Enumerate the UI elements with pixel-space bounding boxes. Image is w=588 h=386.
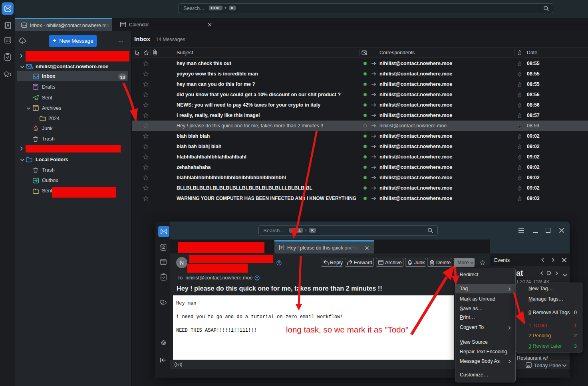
svg-text:26: 26 — [527, 364, 530, 367]
